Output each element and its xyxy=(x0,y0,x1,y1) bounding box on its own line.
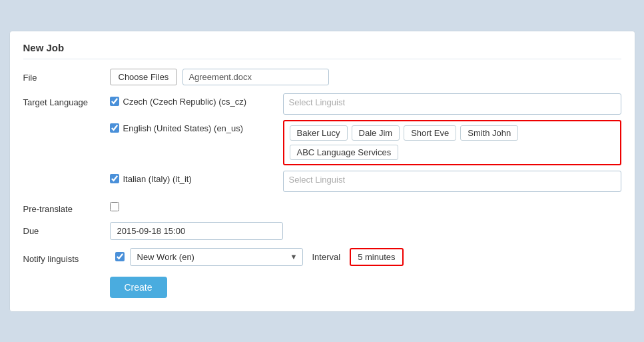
target-language-row: Target Language Czech (Czech Republic) (… xyxy=(23,93,621,192)
linguist-tag-abc[interactable]: ABC Language Services xyxy=(290,145,399,160)
panel-title: New Job xyxy=(23,42,621,59)
lang-checkbox-area-en: English (United States) (en_us) xyxy=(110,120,283,133)
target-language-label: Target Language xyxy=(23,93,110,107)
lang-label-en: English (United States) (en_us) xyxy=(123,123,244,133)
notify-select[interactable]: New Work (en) New Work (de) New Work (fr… xyxy=(130,248,303,266)
language-row-cs: Czech (Czech Republic) (cs_cz) Select Li… xyxy=(110,93,621,115)
linguist-select-cs[interactable]: Select Linguist xyxy=(283,93,621,115)
lang-checkbox-area-it: Italian (Italy) (it_it) xyxy=(110,171,283,184)
notify-select-wrapper: New Work (en) New Work (de) New Work (fr… xyxy=(130,248,303,266)
due-input[interactable]: 2015-09-18 15:00 xyxy=(110,222,283,240)
linguist-select-it[interactable]: Select Linguist xyxy=(283,171,621,192)
linguist-tag-smith[interactable]: Smith John xyxy=(460,125,518,141)
file-name-display: Agreement.docx xyxy=(182,69,329,85)
due-label: Due xyxy=(23,222,110,236)
linguist-selected-box-en[interactable]: Baker Lucy Dale Jim Short Eve Smith John… xyxy=(283,120,621,165)
file-content: Choose Files Agreement.docx xyxy=(110,69,621,85)
file-row: File Choose Files Agreement.docx xyxy=(23,69,621,85)
interval-label: Interval xyxy=(312,252,341,262)
lang-checkbox-en[interactable] xyxy=(110,123,119,133)
file-label: File xyxy=(23,69,110,83)
notify-row: Notify linguists New Work (en) New Work … xyxy=(23,248,621,266)
notify-label: Notify linguists xyxy=(23,250,110,264)
create-button[interactable]: Create xyxy=(110,277,167,298)
language-section: Czech (Czech Republic) (cs_cz) Select Li… xyxy=(110,93,621,192)
linguist-tag-baker[interactable]: Baker Lucy xyxy=(290,125,348,141)
interval-value: 5 minutes xyxy=(350,248,403,266)
linguist-tags-en: Baker Lucy Dale Jim Short Eve Smith John… xyxy=(290,125,615,160)
pretranslate-row: Pre-translate xyxy=(23,200,621,214)
lang-checkbox-area-cs: Czech (Czech Republic) (cs_cz) xyxy=(110,93,283,107)
language-row-it: Italian (Italy) (it_it) Select Linguist xyxy=(110,171,621,192)
language-row-en: English (United States) (en_us) Baker Lu… xyxy=(110,120,621,165)
lang-checkbox-it[interactable] xyxy=(110,174,119,183)
pretranslate-label: Pre-translate xyxy=(23,200,110,214)
linguist-tag-short[interactable]: Short Eve xyxy=(404,125,456,141)
lang-label-it: Italian (Italy) (it_it) xyxy=(123,174,192,184)
lang-label-cs: Czech (Czech Republic) (cs_cz) xyxy=(123,97,247,107)
linguist-tag-dale[interactable]: Dale Jim xyxy=(352,125,400,141)
choose-files-button[interactable]: Choose Files xyxy=(110,69,178,85)
notify-checkbox[interactable] xyxy=(115,252,125,261)
pretranslate-checkbox[interactable] xyxy=(110,202,119,211)
new-job-panel: New Job File Choose Files Agreement.docx… xyxy=(9,31,635,312)
lang-checkbox-cs[interactable] xyxy=(110,97,119,106)
due-row: Due 2015-09-18 15:00 xyxy=(23,222,621,240)
